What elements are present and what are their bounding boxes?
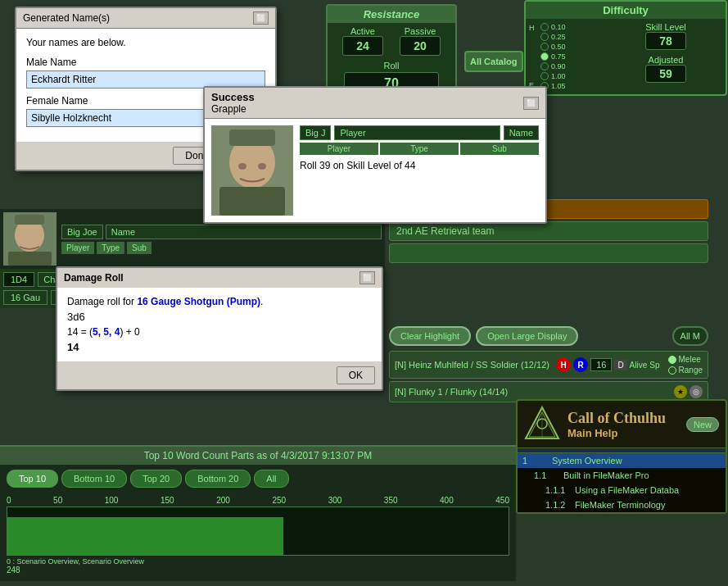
entity-1-r-badge: R: [573, 357, 588, 372]
resistance-title: Resistance: [328, 6, 455, 23]
big-j-name: Big J: [300, 125, 331, 140]
success-dialog-btn[interactable]: ⬜: [523, 97, 539, 110]
big-joe-name: Big Joe: [61, 225, 103, 239]
coc-new-badge[interactable]: New: [686, 417, 719, 432]
passive-value: 20: [400, 36, 441, 56]
radio-label-0.10: 0.10: [551, 23, 566, 31]
damage-dialog-body: Damage roll for 16 Gauge Shotgun (Pump).…: [57, 288, 382, 361]
names-subtitle: Your names are below.: [26, 37, 265, 48]
coc-tree: 1 System Overview 1.1 Built in FileMaker…: [518, 447, 726, 512]
coc-title: Call of Cthulhu: [567, 410, 666, 427]
damage-nums: 5, 5, 4: [93, 326, 120, 338]
coc-header: Call of Cthulhu Main Help New: [518, 401, 726, 447]
radio-label-0.75: 0.75: [551, 52, 566, 61]
radio-row-2[interactable]: 0.25: [540, 32, 606, 42]
radio-row-7[interactable]: 1.05: [540, 81, 606, 91]
radio-0.75[interactable]: [540, 52, 549, 61]
difficulty-radios: 0.10 0.25 0.50 0.75 0.90 1.00: [540, 22, 606, 91]
1d4-badge: 1D4: [3, 272, 34, 287]
radio-0.25[interactable]: [540, 33, 549, 41]
damage-gauge: 16 Gauge Shotgun (Pump): [137, 296, 260, 307]
bar-value: 248: [7, 566, 509, 575]
success-dialog-body: Big J Player Name Player Type Sub Roll 3…: [205, 119, 545, 222]
combat-row-2[interactable]: 2nd AE Retrieval team: [389, 221, 708, 241]
melee-radio[interactable]: [668, 356, 676, 364]
coc-tree-item-1.1.1[interactable]: 1.1.1 Using a FileMaker Databa: [518, 483, 726, 497]
range-radio[interactable]: [668, 366, 676, 375]
combat-entities: [N] Heinz Muhlfeld / SS Soldier (12/12) …: [389, 351, 708, 405]
svg-rect-5: [219, 187, 285, 216]
svg-rect-2: [229, 129, 275, 146]
portrait-image: [211, 125, 293, 216]
radio-row-1[interactable]: 0.10: [540, 22, 606, 32]
bottom10-button[interactable]: Bottom 10: [61, 470, 127, 488]
active-label: Active: [342, 26, 383, 36]
entity-1-status: Alive: [630, 361, 648, 370]
clear-highlight-button[interactable]: Clear Highlight: [389, 326, 471, 346]
skill-level-value: 78: [645, 32, 686, 50]
coc-item-text-1: System Overview: [552, 456, 622, 466]
type-label: Type: [97, 242, 124, 254]
names-dialog-titlebar: Generated Name(s) ⬜: [16, 8, 275, 29]
coc-item-num-1.1.1: 1.1.1: [545, 485, 570, 495]
type-col: Type: [380, 143, 459, 155]
wordcount-title: Top 10 Word Count Parts as of 4/3/2017 9…: [0, 447, 516, 465]
damage-total: 14: [67, 341, 372, 353]
radio-row-3[interactable]: 0.50: [540, 42, 606, 52]
radio-0.90[interactable]: [540, 62, 549, 70]
chart-axis: 0 50 100 150 200 250 300 350 400 450: [7, 496, 509, 507]
player-field: Player: [334, 125, 500, 140]
difficulty-panel: Difficulty H E 0.10 0.25 0.50 0.75: [524, 0, 727, 96]
active-value: 24: [342, 36, 383, 56]
damage-title: Damage Roll: [64, 272, 124, 284]
roll-label: Roll: [328, 57, 455, 72]
radio-1.00[interactable]: [540, 72, 549, 80]
names-dialog-minimize[interactable]: ⬜: [253, 11, 269, 25]
sub-col: Sub: [460, 143, 539, 155]
entity-1-name: [N] Heinz Muhlfeld / SS Soldier (12/12): [395, 360, 549, 370]
coc-tree-item-1[interactable]: 1 System Overview: [518, 453, 726, 468]
top10-button[interactable]: Top 10: [7, 470, 58, 488]
bottom20-button[interactable]: Bottom 20: [185, 470, 251, 488]
radio-row-6[interactable]: 1.00: [540, 71, 606, 81]
svg-point-4: [258, 163, 266, 170]
damage-ok-button[interactable]: OK: [337, 366, 375, 384]
male-name-label: Male Name: [26, 57, 265, 68]
success-right: Big J Player Name Player Type Sub Roll 3…: [300, 125, 539, 216]
all-button[interactable]: All M: [672, 326, 708, 346]
svg-rect-8: [15, 215, 44, 225]
roll-text: Roll 39 on Skill Level of 44: [300, 160, 539, 171]
coc-tree-item-1.1.2[interactable]: 1.1.2 FileMaker Terminology: [518, 497, 726, 512]
entity-2-icon2: ◎: [690, 385, 703, 398]
entity-1-h-badge: H: [556, 357, 571, 372]
combat-buttons-row: Clear Highlight Open Large Display All M: [389, 326, 708, 346]
chart-bar-1: [7, 517, 283, 555]
radio-row-5[interactable]: 0.90: [540, 61, 606, 71]
radio-0.10[interactable]: [540, 23, 549, 31]
names-dialog-title: Generated Name(s): [23, 12, 110, 24]
coc-item-text-1.1.2: FileMaker Terminology: [575, 500, 665, 510]
weapon-name: 16 Gau: [3, 290, 47, 305]
sub-label: Sub: [127, 242, 151, 254]
success-subtitle: Grapple: [211, 103, 255, 115]
harder-label: H: [529, 24, 540, 32]
entity-2-icon1: ★: [674, 385, 687, 398]
chart-label: 0 : Scenario Overview, Scenario Overview: [7, 557, 509, 566]
radio-0.50[interactable]: [540, 43, 549, 51]
all-catalog-panel: All Catalog: [464, 51, 523, 72]
coc-item-num-1.1: 1.1: [534, 470, 558, 480]
range-label: Range: [679, 366, 703, 375]
all-wc-button[interactable]: All: [254, 470, 288, 488]
top20-button[interactable]: Top 20: [130, 470, 182, 488]
difficulty-title: Difficulty: [526, 2, 726, 19]
success-title: Success: [211, 91, 255, 103]
coc-panel: Call of Cthulhu Main Help New 1 System O…: [516, 399, 727, 514]
open-large-display-button[interactable]: Open Large Display: [476, 326, 578, 346]
all-catalog-title: All Catalog: [470, 57, 518, 66]
coc-logo: [524, 406, 561, 443]
coc-tree-item-1.1[interactable]: 1.1 Built in FileMaker Pro: [518, 468, 726, 483]
radio-row-4[interactable]: 0.75: [540, 52, 606, 61]
success-dialog: Success Grapple ⬜ Big J: [203, 86, 547, 224]
damage-dialog-btn[interactable]: ⬜: [359, 271, 375, 284]
entity-1-type: D: [614, 360, 626, 370]
